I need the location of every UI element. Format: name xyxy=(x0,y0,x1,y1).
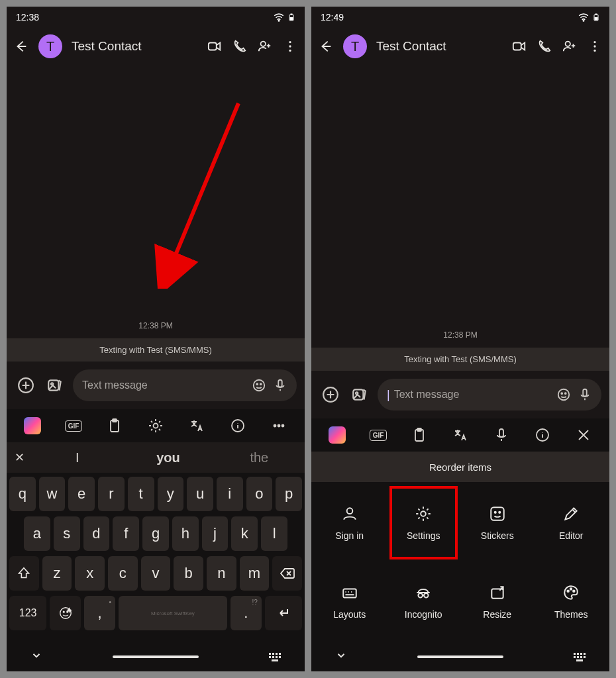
shift-key[interactable] xyxy=(9,556,39,591)
key-g[interactable]: g xyxy=(142,516,169,551)
info-button[interactable] xyxy=(223,413,252,438)
keyboard-switch-icon[interactable] xyxy=(574,653,586,661)
key-k[interactable]: k xyxy=(231,516,258,551)
backspace-key[interactable] xyxy=(272,556,302,591)
add-attachment-button[interactable] xyxy=(15,374,37,397)
mic-button[interactable] xyxy=(487,422,516,448)
nav-handle[interactable] xyxy=(417,655,503,658)
add-person-button[interactable] xyxy=(257,38,273,54)
contact-name[interactable]: Test Contact xyxy=(376,39,502,54)
key-t[interactable]: t xyxy=(128,477,154,511)
nav-down-caret[interactable] xyxy=(30,650,42,664)
menu-layouts[interactable]: Layouts xyxy=(314,563,385,640)
contact-name[interactable]: Test Contact xyxy=(72,39,197,54)
suggestion-3[interactable]: the xyxy=(214,450,305,465)
menu-signin[interactable]: Sign in xyxy=(314,485,385,561)
emoji-icon[interactable] xyxy=(556,387,571,402)
status-bar: 12:49 xyxy=(311,7,609,28)
key-o[interactable]: o xyxy=(246,477,273,511)
add-attachment-button[interactable] xyxy=(319,383,342,406)
gallery-button[interactable] xyxy=(348,383,371,406)
gif-button[interactable]: GIF xyxy=(59,413,88,438)
key-i[interactable]: i xyxy=(217,477,243,511)
key-x[interactable]: x xyxy=(75,556,105,591)
key-e[interactable]: e xyxy=(68,477,95,511)
enter-key[interactable] xyxy=(265,596,302,630)
message-input[interactable]: Text message xyxy=(73,369,297,401)
menu-stickers[interactable]: Stickers xyxy=(462,485,533,561)
key-l[interactable]: l xyxy=(261,516,287,551)
key-q[interactable]: q xyxy=(9,477,36,511)
space-key[interactable]: Microsoft SwiftKey xyxy=(119,596,227,630)
period-key[interactable]: .!? xyxy=(231,596,262,630)
comma-key[interactable]: ,• xyxy=(84,596,115,630)
nav-down-caret[interactable] xyxy=(335,650,347,664)
input-placeholder: Text message xyxy=(82,379,245,391)
key-r[interactable]: r xyxy=(98,477,125,511)
mic-icon[interactable] xyxy=(273,378,287,393)
person-icon xyxy=(341,505,358,522)
more-button[interactable] xyxy=(587,38,603,54)
key-s[interactable]: s xyxy=(54,516,80,551)
numbers-key[interactable]: 123 xyxy=(9,596,46,630)
contact-avatar[interactable]: T xyxy=(343,34,367,58)
conversation-area: 12:38 PM Texting with Test (SMS/MMS) xyxy=(7,65,305,362)
clipboard-button[interactable] xyxy=(100,413,129,438)
key-h[interactable]: h xyxy=(172,516,199,551)
key-j[interactable]: j xyxy=(202,516,229,551)
suggestion-2[interactable]: you xyxy=(123,450,213,465)
pen-icon xyxy=(562,505,580,522)
mic-icon[interactable] xyxy=(578,387,592,402)
key-f[interactable]: f xyxy=(113,516,139,551)
video-call-button[interactable] xyxy=(511,38,527,54)
menu-incognito[interactable]: Incognito xyxy=(388,563,460,640)
phone-call-button[interactable] xyxy=(232,38,248,54)
video-call-button[interactable] xyxy=(207,38,223,54)
copilot-button[interactable] xyxy=(18,413,47,438)
key-n[interactable]: n xyxy=(207,556,236,591)
menu-settings[interactable]: Settings xyxy=(388,485,460,561)
nav-bar xyxy=(311,642,609,671)
gallery-button[interactable] xyxy=(44,374,66,397)
copilot-button[interactable] xyxy=(323,422,352,448)
status-bar: 12:38 xyxy=(7,7,305,28)
emoji-key[interactable] xyxy=(50,596,81,630)
add-person-button[interactable] xyxy=(562,38,578,54)
key-m[interactable]: m xyxy=(240,556,270,591)
back-button[interactable] xyxy=(13,38,29,54)
gif-button[interactable]: GIF xyxy=(364,422,393,448)
clipboard-button[interactable] xyxy=(405,422,434,448)
contact-avatar[interactable]: T xyxy=(38,34,62,58)
more-button[interactable] xyxy=(264,413,293,438)
more-button[interactable] xyxy=(282,38,298,54)
emoji-icon[interactable] xyxy=(252,378,266,393)
translate-button[interactable] xyxy=(182,413,211,438)
key-v[interactable]: v xyxy=(141,556,171,591)
key-a[interactable]: a xyxy=(24,516,50,551)
menu-editor[interactable]: Editor xyxy=(536,485,607,561)
key-d[interactable]: d xyxy=(83,516,110,551)
key-y[interactable]: y xyxy=(158,477,184,511)
close-toolbar-button[interactable] xyxy=(569,422,598,448)
menu-themes[interactable]: Themes xyxy=(536,563,607,640)
close-suggestions[interactable]: ✕ xyxy=(7,450,32,465)
message-input[interactable]: | Text message xyxy=(378,379,601,411)
key-z[interactable]: z xyxy=(42,556,72,591)
status-time: 12:38 xyxy=(16,12,39,23)
battery-icon xyxy=(287,11,295,23)
settings-button[interactable] xyxy=(141,413,170,438)
phone-call-button[interactable] xyxy=(537,38,552,54)
keyboard-menu-grid: Sign in Settings Stickers Editor Layouts… xyxy=(311,482,609,642)
back-button[interactable] xyxy=(318,38,334,54)
key-b[interactable]: b xyxy=(174,556,203,591)
translate-button[interactable] xyxy=(446,422,475,448)
info-button[interactable] xyxy=(528,422,557,448)
suggestion-1[interactable]: I xyxy=(32,450,123,465)
menu-resize[interactable]: Resize xyxy=(462,563,533,640)
key-u[interactable]: u xyxy=(187,477,213,511)
key-p[interactable]: p xyxy=(276,477,302,511)
key-w[interactable]: w xyxy=(39,477,66,511)
nav-handle[interactable] xyxy=(113,655,199,658)
key-c[interactable]: c xyxy=(108,556,138,591)
keyboard-switch-icon[interactable] xyxy=(269,653,281,661)
